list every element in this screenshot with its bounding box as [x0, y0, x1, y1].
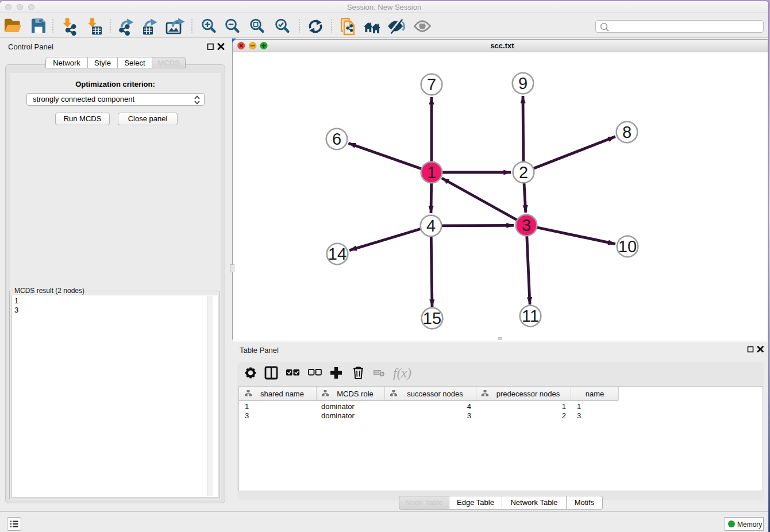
- svg-text:11: 11: [522, 307, 539, 325]
- svg-text:4: 4: [426, 217, 436, 235]
- svg-text:3: 3: [467, 411, 471, 420]
- svg-text:10: 10: [618, 237, 637, 256]
- svg-text:name: name: [586, 390, 605, 398]
- svg-text:3: 3: [522, 216, 531, 234]
- svg-text:15: 15: [423, 309, 441, 327]
- svg-text:2: 2: [562, 411, 566, 420]
- svg-text:MCDS role: MCDS role: [337, 390, 374, 398]
- svg-text:3: 3: [577, 411, 581, 420]
- svg-text:6: 6: [332, 130, 341, 148]
- svg-text:4: 4: [467, 402, 471, 411]
- svg-text:successor nodes: successor nodes: [407, 390, 463, 398]
- svg-text:shared name: shared name: [260, 390, 304, 398]
- svg-text:1: 1: [245, 402, 249, 411]
- svg-text:1: 1: [427, 163, 436, 182]
- svg-text:Memory: Memory: [737, 521, 762, 529]
- svg-text:predecessor nodes: predecessor nodes: [496, 390, 560, 398]
- svg-text:dominator: dominator: [321, 402, 355, 411]
- svg-text:f(x): f(x): [393, 366, 411, 380]
- svg-text:3: 3: [245, 411, 249, 420]
- svg-text:7: 7: [427, 75, 436, 94]
- svg-text:2: 2: [519, 163, 528, 182]
- svg-text:1: 1: [562, 402, 566, 411]
- svg-text:dominator: dominator: [321, 411, 355, 420]
- svg-text:14: 14: [328, 245, 346, 263]
- svg-text:9: 9: [518, 74, 528, 92]
- svg-text:8: 8: [622, 123, 632, 141]
- svg-text:1: 1: [577, 402, 581, 411]
